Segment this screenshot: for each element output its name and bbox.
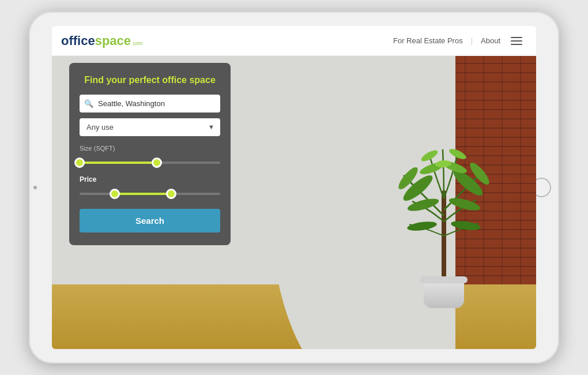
header: officespace.com For Real Estate Pros | A… [52,26,536,56]
hamburger-line-2 [511,40,522,42]
plant-decoration [398,123,490,308]
panel-title: Find your perfect office space [80,74,220,87]
plant-svg [398,147,490,285]
nav-divider: | [471,36,473,45]
use-select-wrap: Any use Office Coworking Retail Industri… [80,118,220,136]
size-slider-wrap[interactable] [80,157,220,168]
location-input[interactable] [80,95,220,112]
tablet-shell: officespace.com For Real Estate Pros | A… [29,12,559,363]
tablet-screen: officespace.com For Real Estate Pros | A… [52,26,536,349]
price-slider-thumb-high[interactable] [166,189,176,199]
nav: For Real Estate Pros | About [393,35,525,47]
search-button[interactable]: Search [80,209,220,232]
svg-point-8 [448,147,468,161]
logo-com: .com [131,40,143,46]
size-slider-track [80,162,220,164]
logo-office: office [61,33,95,48]
svg-point-6 [420,148,439,163]
price-label: Price [80,175,220,183]
price-slider-thumb-low[interactable] [110,189,120,199]
price-slider-track [80,193,220,195]
main-content: Find your perfect office space 🔍 Any use… [52,56,536,349]
price-slider-wrap[interactable] [80,188,220,200]
hamburger-line-3 [511,44,522,45]
size-unit: (SQFT) [94,145,115,152]
svg-point-13 [450,219,481,231]
logo-space: space [95,33,131,48]
hamburger-line-1 [511,37,522,38]
logo: officespace.com [61,33,143,48]
price-slider-fill [115,193,171,195]
size-label: Size (SQFT) [80,144,220,152]
svg-point-12 [406,220,437,232]
use-select[interactable]: Any use Office Coworking Retail Industri… [80,118,220,136]
search-icon: 🔍 [84,99,93,108]
svg-point-11 [448,196,481,213]
hamburger-menu-button[interactable] [508,35,525,47]
tablet-left-button [33,186,37,189]
size-slider-fill [80,162,157,164]
about-link[interactable]: About [481,36,500,45]
size-slider-section: Size (SQFT) [80,144,220,168]
search-panel: Find your perfect office space 🔍 Any use… [69,63,231,245]
size-slider-thumb-high[interactable] [152,158,162,168]
real-estate-link[interactable]: For Real Estate Pros [393,36,463,45]
location-input-wrap: 🔍 [80,95,220,112]
plant-pot [424,276,464,308]
size-slider-thumb-low[interactable] [74,158,85,168]
price-slider-section: Price [80,175,220,200]
